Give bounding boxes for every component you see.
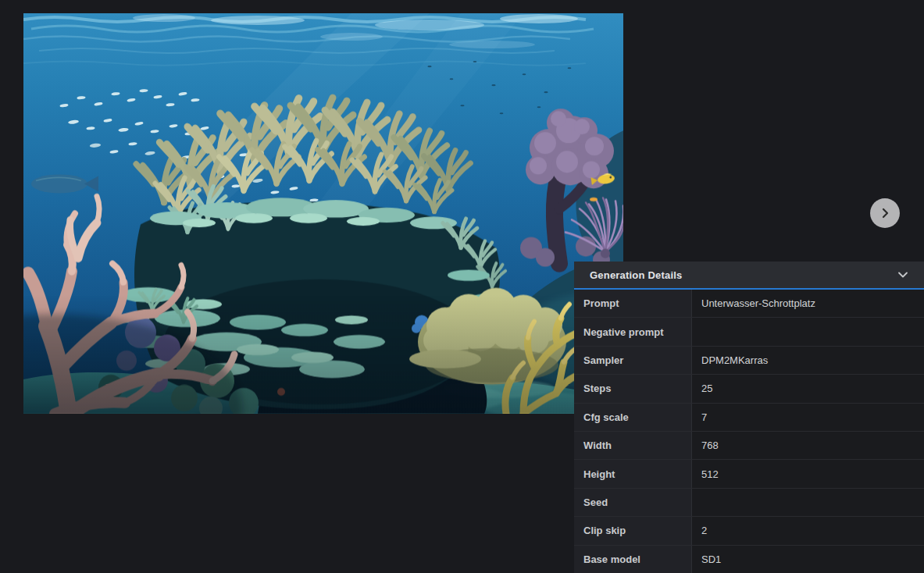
generation-details-header[interactable]: Generation Details bbox=[574, 262, 924, 290]
detail-label: Height bbox=[574, 460, 692, 487]
detail-row-base-model: Base model SD1 bbox=[574, 546, 924, 573]
detail-label: Negative prompt bbox=[574, 318, 692, 345]
detail-row-seed: Seed bbox=[574, 489, 924, 517]
detail-row-cfg-scale: Cfg scale 7 bbox=[574, 404, 924, 432]
detail-row-width: Width 768 bbox=[574, 432, 924, 460]
detail-value: DPM2MKarras bbox=[692, 347, 924, 374]
detail-label: Base model bbox=[574, 546, 692, 573]
detail-value bbox=[692, 489, 924, 516]
detail-label: Cfg scale bbox=[574, 404, 692, 431]
detail-row-prompt: Prompt Unterwasser-Schrottplatz bbox=[574, 290, 924, 318]
generation-details-panel: Generation Details Prompt Unterwasser-Sc… bbox=[574, 262, 924, 573]
detail-label: Steps bbox=[574, 375, 692, 402]
reef-scene-illustration bbox=[23, 13, 623, 414]
detail-label: Clip skip bbox=[574, 517, 692, 544]
detail-row-negative-prompt: Negative prompt bbox=[574, 318, 924, 346]
generation-details-table: Prompt Unterwasser-Schrottplatz Negative… bbox=[574, 290, 924, 573]
chevron-down-icon bbox=[897, 271, 908, 279]
next-image-button[interactable] bbox=[870, 198, 900, 228]
detail-row-steps: Steps 25 bbox=[574, 375, 924, 403]
detail-label: Width bbox=[574, 432, 692, 459]
generated-image[interactable] bbox=[23, 13, 623, 414]
chevron-right-icon bbox=[879, 208, 890, 219]
detail-row-height: Height 512 bbox=[574, 460, 924, 488]
detail-label: Sampler bbox=[574, 347, 692, 374]
detail-value: 25 bbox=[692, 375, 924, 402]
panel-title: Generation Details bbox=[590, 269, 682, 281]
image-viewer: Generation Details Prompt Unterwasser-Sc… bbox=[0, 0, 924, 573]
detail-label: Prompt bbox=[574, 290, 692, 317]
detail-value bbox=[692, 318, 924, 345]
detail-value: SD1 bbox=[692, 546, 924, 573]
small-orange-fish bbox=[590, 198, 598, 201]
detail-row-sampler: Sampler DPM2MKarras bbox=[574, 347, 924, 375]
detail-value: 768 bbox=[692, 432, 924, 459]
detail-row-clip-skip: Clip skip 2 bbox=[574, 517, 924, 545]
detail-value: Unterwasser-Schrottplatz bbox=[692, 290, 924, 317]
detail-value: 512 bbox=[692, 460, 924, 487]
detail-value: 2 bbox=[692, 517, 924, 544]
detail-value: 7 bbox=[692, 404, 924, 431]
detail-label: Seed bbox=[574, 489, 692, 516]
